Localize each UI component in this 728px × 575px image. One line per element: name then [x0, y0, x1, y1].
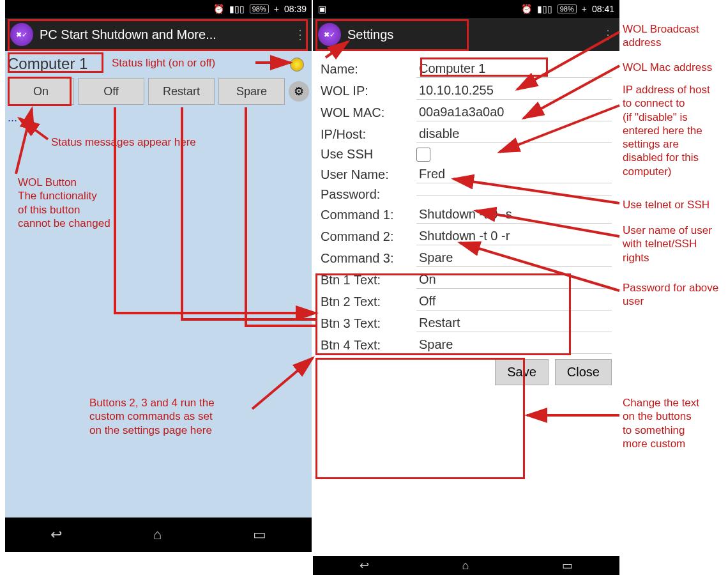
- plus-icon: +: [274, 4, 279, 14]
- clock-time: 08:41: [592, 4, 614, 14]
- back-icon[interactable]: ↩: [360, 558, 369, 572]
- name-label: Name:: [321, 62, 416, 77]
- username-input[interactable]: Fred: [416, 165, 612, 183]
- phone-settings: ▣ ⏰ ▮▯▯ 98% + 08:41 ✖✓ Settings ⋮ Name:C…: [313, 0, 619, 390]
- name-input[interactable]: Computer 1: [416, 60, 612, 78]
- status-bar-2: ▣ ⏰ ▮▯▯ 98% + 08:41: [313, 0, 619, 18]
- wolmac-input[interactable]: 00a9a1a3a0a0: [416, 103, 612, 121]
- save-button[interactable]: Save: [495, 359, 549, 385]
- btn2text-input[interactable]: Off: [416, 293, 612, 310]
- btn1text-input[interactable]: On: [416, 271, 612, 289]
- ann-username: User name of user with telnet/SSH rights: [623, 224, 712, 264]
- ann-use-ssh: Use telnet or SSH: [623, 198, 709, 211]
- usessh-checkbox[interactable]: [416, 148, 430, 162]
- app-logo-icon: ✖✓: [318, 23, 341, 46]
- overflow-menu-icon[interactable]: ⋮: [602, 27, 614, 42]
- ann-wol-mac: WOL Mac address: [623, 61, 712, 74]
- app-logo-icon: ✖✓: [10, 23, 33, 46]
- home-icon[interactable]: ⌂: [153, 526, 162, 543]
- ann-wol-broadcast: WOL Broadcast address: [623, 22, 699, 50]
- home-icon[interactable]: ⌂: [462, 559, 469, 572]
- ann-btn-text: Change the text on the buttons to someth…: [623, 396, 699, 450]
- settings-title: Settings: [347, 27, 595, 42]
- settings-body: Name:Computer 1 WOL IP:10.10.10.255 WOL …: [313, 51, 619, 390]
- ann-wol-btn: WOL Button The functionality of this but…: [18, 176, 110, 230]
- ann-ip-host: IP address of host to connect to (if "di…: [623, 83, 710, 178]
- btn2text-label: Btn 2 Text:: [321, 295, 416, 309]
- app-bar-2: ✖✓ Settings ⋮: [313, 18, 619, 51]
- btn3text-label: Btn 3 Text:: [321, 316, 416, 331]
- cmd1-input[interactable]: Shutdown -t 0 -s: [416, 206, 612, 224]
- wolmac-label: WOL MAC:: [321, 105, 416, 120]
- wolip-label: WOL IP:: [321, 84, 416, 98]
- phone-main: ⏰ ▮▯▯ 98% + 08:39 ✖✓ PC Start Shutdown a…: [5, 0, 312, 553]
- restart-button[interactable]: Restart: [148, 78, 215, 105]
- main-body: Computer 1 On Off Restart Spare ⚙ ...: [5, 51, 312, 518]
- cmd2-label: Command 2:: [321, 229, 416, 244]
- ann-custom-cmds: Buttons 2, 3 and 4 run the custom comman…: [89, 396, 215, 437]
- off-button[interactable]: Off: [78, 78, 144, 105]
- cmd3-input[interactable]: Spare: [416, 249, 612, 267]
- alarm-icon: ⏰: [521, 4, 532, 14]
- clock-time: 08:39: [284, 4, 307, 14]
- iphost-input[interactable]: disable: [416, 125, 612, 143]
- app-bar: ✖✓ PC Start Shutdown and More... ⋮: [5, 18, 312, 51]
- recent-icon[interactable]: ▭: [562, 558, 573, 572]
- close-button[interactable]: Close: [555, 359, 612, 385]
- wolip-input[interactable]: 10.10.10.255: [416, 82, 612, 100]
- username-label: User Name:: [321, 167, 416, 182]
- nav-bar-2: ↩ ⌂ ▭: [313, 556, 619, 575]
- on-button[interactable]: On: [8, 78, 74, 105]
- cmd1-label: Command 1:: [321, 208, 416, 222]
- plus-icon: +: [582, 4, 587, 14]
- status-bar: ⏰ ▮▯▯ 98% + 08:39: [5, 0, 312, 18]
- overflow-menu-icon[interactable]: ⋮: [294, 27, 307, 42]
- password-input[interactable]: [416, 193, 612, 196]
- cmd2-input[interactable]: Shutdown -t 0 -r: [416, 227, 612, 245]
- gear-icon[interactable]: ⚙: [289, 81, 309, 102]
- picture-icon: ▣: [318, 4, 326, 14]
- back-icon[interactable]: ↩: [50, 526, 62, 543]
- app-title: PC Start Shutdown and More...: [40, 27, 287, 42]
- iphost-label: IP/Host:: [321, 127, 416, 142]
- recent-icon[interactable]: ▭: [253, 526, 266, 543]
- battery-indicator: 98%: [250, 4, 269, 13]
- btn4text-label: Btn 4 Text:: [321, 338, 416, 353]
- cmd3-label: Command 3:: [321, 251, 416, 266]
- battery-indicator: 98%: [557, 4, 577, 13]
- ann-password: Password for above user: [623, 281, 718, 309]
- nav-bar: ↩ ⌂ ▭: [5, 518, 312, 552]
- ann-status-msg: Status messages appear here: [51, 135, 196, 149]
- ann-status-light: Status light (on or off): [112, 56, 215, 70]
- password-label: Password:: [321, 187, 416, 202]
- spare-button[interactable]: Spare: [218, 78, 285, 105]
- btn4text-input[interactable]: Spare: [416, 336, 612, 354]
- signal-icon: ▮▯▯: [229, 4, 245, 14]
- status-light-icon: [290, 57, 304, 72]
- usessh-label: Use SSH: [321, 147, 416, 162]
- btn3text-input[interactable]: Restart: [416, 314, 612, 332]
- button-row: On Off Restart Spare ⚙: [8, 78, 309, 105]
- alarm-icon: ⏰: [213, 4, 224, 14]
- signal-icon: ▮▯▯: [537, 4, 552, 14]
- status-message-area: ...: [8, 111, 309, 125]
- btn1text-label: Btn 1 Text:: [321, 273, 416, 288]
